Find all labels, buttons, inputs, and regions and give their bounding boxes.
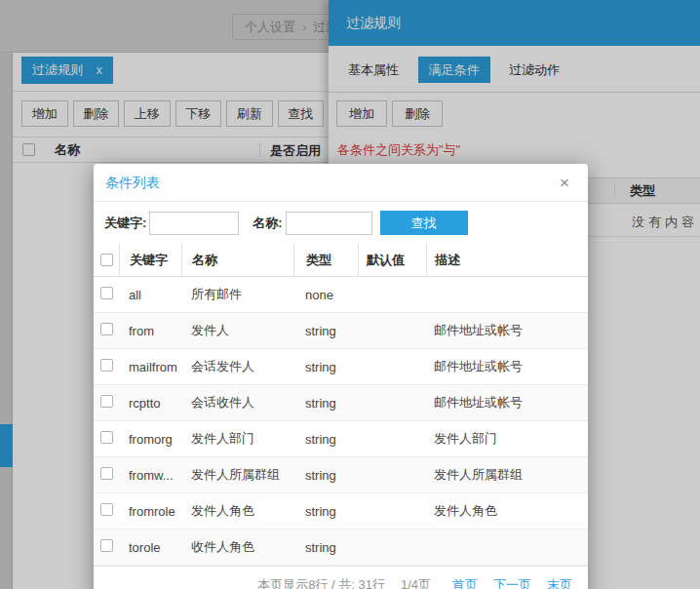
app-window: 个人设置›过滤规则 过滤规则 x 增加 删除 上移 下移 刷新 查找 名称 是否…: [0, 0, 700, 589]
next-page-link[interactable]: 下一页: [493, 576, 531, 589]
cell-description: 邮件地址或帐号: [426, 358, 588, 375]
cell-keyword: fromrole: [119, 504, 181, 519]
cell-name: 收件人角色: [181, 538, 293, 556]
cell-description: 发件人所属群组: [426, 466, 588, 484]
pagination-summary: 本页显示8行 / 共: 31行: [257, 576, 385, 589]
pagination-page-indicator: 1/4页: [401, 576, 431, 589]
cell-type: string: [293, 396, 358, 411]
column-header-default: 默认值: [358, 244, 426, 277]
row-checkbox[interactable]: [100, 395, 113, 408]
column-header-description: 描述: [426, 244, 588, 277]
cell-name: 发件人所属群组: [181, 466, 293, 484]
cell-description: 发件人部门: [426, 430, 588, 448]
cell-keyword: rcptto: [119, 396, 181, 411]
dialog-title: 条件列表: [105, 164, 160, 202]
cell-keyword: all: [119, 288, 181, 302]
cell-description: 邮件地址或帐号: [426, 322, 588, 339]
cell-keyword: fromw...: [119, 468, 181, 483]
search-button[interactable]: 查找: [380, 211, 468, 235]
column-header-type: 类型: [293, 244, 358, 277]
dialog-pagination: 本页显示8行 / 共: 31行 1/4页 首页 下一页 末页: [94, 566, 588, 589]
row-checkbox[interactable]: [100, 287, 113, 299]
table-row[interactable]: all 所有邮件 none: [94, 277, 588, 313]
row-checkbox[interactable]: [100, 359, 113, 372]
cell-keyword: from: [119, 324, 181, 338]
dialog-header: 条件列表 ×: [94, 164, 588, 202]
cell-name: 发件人角色: [181, 502, 293, 520]
table-row[interactable]: rcptto 会话收件人 string 邮件地址或帐号: [94, 385, 588, 421]
cell-keyword: mailfrom: [119, 360, 181, 374]
condition-list-dialog: 条件列表 × 关键字: 名称: 查找 关键字 名称 类型 默认值 描述 all …: [94, 164, 588, 589]
cell-type: string: [293, 504, 358, 519]
table-row[interactable]: fromorg 发件人部门 string 发件人部门: [94, 421, 588, 457]
cell-name: 会话收件人: [181, 394, 293, 412]
table-row[interactable]: mailfrom 会话发件人 string 邮件地址或帐号: [94, 349, 588, 385]
cell-type: string: [293, 360, 358, 374]
dialog-search-bar: 关键字: 名称: 查找: [94, 202, 588, 244]
cell-name: 发件人: [181, 322, 293, 339]
name-input[interactable]: [286, 212, 372, 235]
keyword-input[interactable]: [149, 212, 239, 235]
first-page-link[interactable]: 首页: [452, 576, 478, 589]
select-all-checkbox[interactable]: [100, 254, 113, 266]
table-row[interactable]: fromrole 发件人角色 string 发件人角色: [94, 493, 588, 530]
column-header-name: 名称: [181, 244, 293, 277]
row-checkbox[interactable]: [100, 503, 113, 516]
cell-name: 会话发件人: [181, 358, 293, 375]
keyword-label: 关键字:: [104, 215, 146, 232]
close-icon[interactable]: ×: [553, 164, 576, 202]
row-checkbox[interactable]: [100, 431, 113, 444]
row-checkbox[interactable]: [100, 323, 113, 335]
table-row[interactable]: fromw... 发件人所属群组 string 发件人所属群组: [94, 457, 588, 493]
cell-name: 所有邮件: [181, 286, 293, 303]
cell-type: string: [293, 540, 358, 555]
cell-type: string: [293, 468, 358, 483]
column-header-keyword: 关键字: [119, 244, 181, 277]
name-label: 名称:: [253, 215, 282, 232]
dialog-table-header: 关键字 名称 类型 默认值 描述: [94, 244, 588, 277]
cell-type: string: [293, 432, 358, 447]
row-checkbox[interactable]: [100, 539, 113, 552]
cell-description: 邮件地址或帐号: [426, 394, 588, 412]
cell-keyword: torole: [119, 540, 181, 555]
row-checkbox[interactable]: [100, 467, 113, 480]
cell-description: 发件人角色: [426, 502, 588, 520]
cell-keyword: fromorg: [119, 432, 181, 447]
last-page-link[interactable]: 末页: [547, 576, 572, 589]
table-row[interactable]: from 发件人 string 邮件地址或帐号: [94, 313, 588, 349]
cell-name: 发件人部门: [181, 430, 293, 448]
cell-type: none: [293, 288, 358, 302]
dialog-table-body: all 所有邮件 none from 发件人 string 邮件地址或帐号 ma…: [94, 277, 588, 566]
cell-type: string: [293, 324, 358, 338]
table-row[interactable]: torole 收件人角色 string: [94, 530, 588, 566]
